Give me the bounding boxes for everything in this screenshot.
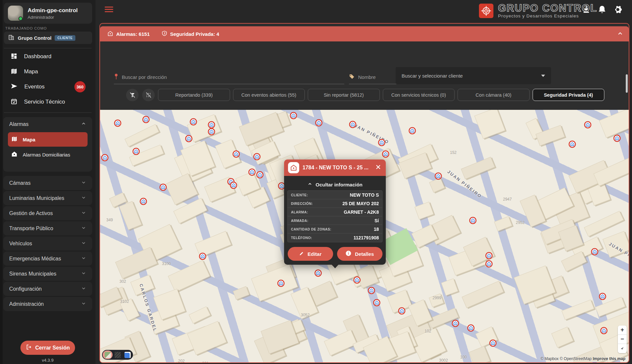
compass-button[interactable] — [618, 344, 627, 353]
alarm-marker[interactable] — [353, 276, 361, 284]
sidebar-item-mapa[interactable]: Mapa — [3, 64, 92, 79]
alarm-marker[interactable] — [368, 287, 375, 294]
sidebar-section-configuraci-n[interactable]: Configuración — [3, 282, 92, 296]
details-button[interactable]: Detalles — [337, 247, 382, 261]
zoom-in-button[interactable]: + — [618, 326, 627, 335]
alarm-marker[interactable] — [248, 168, 256, 176]
alarm-marker[interactable] — [599, 293, 606, 300]
alarm-marker[interactable] — [190, 118, 197, 126]
client-card[interactable]: Grupo Control CLIENTE — [4, 32, 92, 44]
alarm-marker[interactable] — [485, 260, 493, 268]
alarm-marker[interactable] — [185, 135, 193, 142]
alarm-marker[interactable] — [467, 324, 475, 332]
sidebar-section-gesti-n-de-activos[interactable]: Gestión de Activos — [3, 206, 92, 220]
alarm-marker[interactable] — [378, 139, 385, 146]
popup-info-toggle[interactable]: Ocultar información — [287, 179, 382, 190]
alarm-marker[interactable] — [230, 182, 237, 189]
alarm-marker[interactable] — [114, 119, 121, 127]
sidebar-item-dashboard[interactable]: Dashboard — [3, 49, 92, 64]
brand-logo-icon — [479, 4, 493, 18]
sidebar-section-transporte-p-blico[interactable]: Transporte Público — [3, 221, 92, 235]
alarm-marker[interactable] — [469, 217, 477, 224]
sidebar-item-alarmas-mapa[interactable]: Mapa — [8, 132, 88, 147]
poi-icon[interactable] — [592, 362, 597, 362]
filter-reportando[interactable]: Reportando (339) — [158, 89, 230, 101]
alarm-marker[interactable] — [277, 279, 285, 287]
building-icon — [8, 34, 14, 42]
alarm-marker[interactable] — [290, 112, 297, 119]
alarm-marker[interactable] — [232, 150, 240, 158]
filter-seguridad-privada[interactable]: Seguridad Privada (4) — [533, 89, 605, 101]
client-badge: CLIENTE — [55, 35, 75, 41]
scrollbar-thumb[interactable] — [626, 74, 628, 93]
download-icon[interactable] — [581, 5, 591, 14]
alarm-marker[interactable] — [159, 183, 167, 191]
section-label: Sirenas Municipales — [9, 271, 56, 277]
sidebar-section-veh-culos[interactable]: Vehículos — [3, 236, 92, 251]
alarm-marker[interactable] — [434, 172, 442, 180]
alarms-section-header[interactable]: Alarmas — [3, 117, 92, 132]
settings-gear-icon[interactable] — [613, 5, 623, 14]
zoom-out-button[interactable]: − — [618, 335, 627, 344]
sidebar: Admin-gpe-control Administrador TRABAJAN… — [0, 0, 95, 364]
filter-con-camara[interactable]: Con cámara (40) — [458, 89, 530, 101]
logout-button[interactable]: Cerrar Sesión — [20, 341, 75, 355]
alarm-marker[interactable] — [142, 116, 150, 123]
map-canvas[interactable]: JUAN PIÑEIROJUAN PIÑEIROJUAN PIÑEIROCARL… — [100, 110, 629, 362]
map-building — [474, 110, 505, 139]
sidebar-item-servicio-tecnico[interactable]: Servicio Técnico — [3, 95, 92, 109]
alarm-marker[interactable] — [568, 140, 576, 148]
style-light-button[interactable] — [122, 351, 132, 359]
sidebar-section-c-maras[interactable]: Cámaras — [3, 176, 92, 190]
sidebar-section-emergencias-m-dicas[interactable]: Emergencias Médicas — [3, 252, 92, 266]
alarm-marker[interactable] — [256, 171, 264, 179]
alarm-marker[interactable] — [315, 119, 323, 127]
alarm-marker[interactable] — [208, 128, 215, 135]
filter-servicios-tecnicos[interactable]: Con servicios técnicos (0) — [383, 89, 455, 101]
style-satellite-button[interactable] — [103, 351, 113, 359]
cluster-off-button[interactable] — [142, 89, 155, 101]
osm-attribution-link[interactable]: © OpenStreetMap — [560, 356, 592, 361]
alarm-marker[interactable] — [452, 320, 459, 327]
notifications-bell-icon[interactable] — [597, 5, 607, 14]
alarm-marker[interactable] — [314, 269, 322, 277]
improve-map-link[interactable]: Improve this map — [593, 356, 625, 361]
mapbox-attribution-link[interactable]: © Mapbox — [540, 356, 559, 361]
alarm-marker[interactable] — [398, 307, 406, 315]
alarm-marker[interactable] — [253, 153, 261, 160]
client-select-dropdown[interactable]: Buscar y seleccionar cliente — [396, 67, 551, 84]
style-dark-button[interactable] — [113, 351, 122, 359]
sidebar-item-alarmas-domiciliarias[interactable]: Alarmas Domiciliarias — [8, 147, 88, 162]
sidebar-section-administraci-n[interactable]: Administración — [3, 297, 92, 311]
address-search-input[interactable] — [122, 74, 344, 80]
collapse-banner-chevron-icon[interactable] — [617, 30, 623, 38]
edit-button[interactable]: Editar — [288, 247, 333, 261]
alarm-marker[interactable] — [199, 253, 206, 260]
alarm-marker[interactable] — [101, 154, 109, 161]
alarm-marker[interactable] — [489, 339, 497, 347]
filter-eventos-abiertos[interactable]: Con eventos abiertos (55) — [233, 89, 305, 101]
sidebar-section-luminarias-municipales[interactable]: Luminarias Municipales — [3, 191, 92, 205]
user-card[interactable]: Admin-gpe-control Administrador — [4, 3, 92, 24]
alarm-marker[interactable] — [613, 134, 621, 142]
alarm-marker[interactable] — [349, 121, 356, 128]
tag-icon — [349, 74, 355, 81]
clear-filter-button[interactable] — [126, 89, 139, 101]
alarm-marker[interactable] — [132, 148, 140, 155]
close-icon[interactable] — [375, 163, 382, 172]
alarm-marker[interactable] — [591, 248, 598, 255]
alarm-marker[interactable] — [408, 127, 416, 134]
alarm-marker[interactable] — [485, 252, 493, 259]
menu-toggle-button[interactable] — [105, 5, 113, 13]
home-alarm-icon — [11, 151, 17, 158]
filter-sin-reportar[interactable]: Sin reportar (5812) — [308, 89, 380, 101]
alarm-marker[interactable] — [208, 121, 215, 129]
alarm-marker[interactable] — [382, 150, 389, 158]
alarm-marker[interactable] — [373, 299, 381, 306]
alarm-marker[interactable] — [600, 327, 608, 334]
sidebar-section-sirenas-municipales[interactable]: Sirenas Municipales — [3, 267, 92, 281]
alarm-marker[interactable] — [584, 121, 592, 129]
alarm-marker[interactable] — [140, 198, 147, 205]
house-number-label: 3102 — [120, 299, 129, 304]
sidebar-item-eventos[interactable]: Eventos 360 — [3, 80, 92, 94]
